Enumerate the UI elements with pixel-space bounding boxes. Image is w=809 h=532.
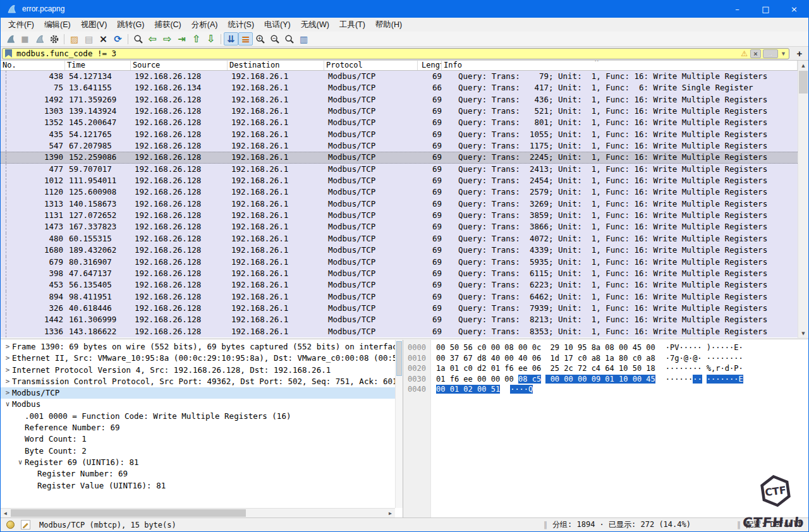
expander-icon[interactable]: ∨ [16,457,25,468]
ascii-bytes[interactable]: ·7g·@·@· ········ [666,353,743,364]
colorize-icon[interactable]: ≡ [238,32,253,45]
open-file-icon[interactable]: ▨ [67,32,82,45]
column-header-info[interactable]: Info [442,61,798,70]
hex-bytes[interactable]: 00 01 02 00 51 [436,384,500,395]
zoom-100-icon[interactable] [282,32,296,45]
hex-row[interactable]: 001000 37 67 d8 40 00 40 06 1d 17 c0 a8 … [403,353,808,364]
expander-icon[interactable]: > [3,353,12,364]
go-forward-icon[interactable]: ⇨ [160,32,174,45]
maximize-button[interactable]: □ [751,0,780,18]
column-header-time[interactable]: Time [65,61,131,70]
packet-row[interactable]: 45356.135405192.168.26.128192.168.26.1Mo… [1,279,798,291]
packet-row[interactable]: 54767.207985192.168.26.128192.168.26.1Mo… [1,140,798,152]
filter-dropdown-icon[interactable]: ▼ [781,51,786,57]
go-last-packet-icon[interactable]: ⇩ [204,32,218,45]
menu-item-2[interactable]: 视图(V) [76,18,113,32]
menu-item-5[interactable]: 分析(A) [186,18,223,32]
ascii-bytes[interactable]: ····Q [510,384,533,395]
detail-vscroll-thumb[interactable] [396,341,402,376]
column-header-destination[interactable]: Destination [228,61,324,70]
filter-bookmark-icon[interactable] [5,49,12,57]
zoom-out-icon[interactable]: − [267,32,282,45]
menu-item-7[interactable]: 电话(Y) [259,18,296,32]
save-file-icon[interactable]: ▤ [82,32,96,45]
expander-icon[interactable]: > [3,387,12,399]
packet-row[interactable]: 1303139.143924192.168.26.128192.168.26.1… [1,106,798,117]
packet-row[interactable]: 48060.155315192.168.26.128192.168.26.1Mo… [1,233,798,245]
capture-options-icon[interactable] [47,32,61,45]
hex-row[interactable]: 003001 f6 ee 00 00 00 08 c5 00 00 00 09 … [403,374,808,385]
detail-row[interactable]: .001 0000 = Function Code: Write Multipl… [1,411,395,422]
column-header-no[interactable]: No. [1,61,65,70]
go-back-icon[interactable]: ⇦ [145,32,160,45]
packet-row[interactable]: 1336143.186622192.168.26.128192.168.26.1… [1,326,798,337]
detail-row[interactable]: Register Number: 69 [1,468,395,480]
packet-row[interactable]: 47759.707017192.168.26.128192.168.26.1Mo… [1,164,798,175]
expander-icon[interactable]: ∨ [3,399,12,410]
packet-row[interactable]: 1313140.158673192.168.26.128192.168.26.1… [1,198,798,210]
stop-capture-icon[interactable]: ■ [18,32,32,45]
detail-row[interactable]: Word Count: 1 [1,433,395,445]
ascii-bytes[interactable]: ········ ·······E [666,374,743,385]
filter-apply-button[interactable]: → [763,49,778,58]
expander-icon[interactable]: > [3,341,12,353]
reload-file-icon[interactable]: ⟳ [111,32,125,45]
detail-horizontal-scrollbar[interactable]: ◀ ▶ [1,508,395,517]
auto-scroll-icon[interactable]: ⇊ [224,32,238,45]
detail-row[interactable]: Reference Number: 69 [1,422,395,433]
column-header-length[interactable]: Length [418,61,442,70]
menu-item-9[interactable]: 工具(T) [334,18,370,32]
hex-row[interactable]: 004000 01 02 00 51····Q [403,384,808,395]
packet-row[interactable]: 1680189.432062192.168.26.128192.168.26.1… [1,245,798,256]
capture-comment-icon[interactable] [21,520,30,529]
menu-item-10[interactable]: 帮助(H) [370,18,407,32]
scroll-left-icon[interactable]: ◀ [1,509,10,517]
find-packet-icon[interactable] [131,32,145,45]
menu-item-0[interactable]: 文件(F) [3,18,39,32]
expander-icon[interactable]: > [3,376,12,387]
detail-row[interactable]: >Internet Protocol Version 4, Src: 192.1… [1,365,395,376]
hex-bytes[interactable]: 00 50 56 c0 00 08 00 0c 29 10 95 8a 08 0… [436,342,655,353]
filter-add-button[interactable]: + [793,48,806,59]
hex-bytes[interactable]: 1a 01 c0 d2 01 f6 ee 06 25 2c 72 c4 64 1… [436,363,655,374]
close-button[interactable]: × [780,0,808,18]
packet-row[interactable]: 1131127.072652192.168.26.128192.168.26.1… [1,210,798,221]
detail-vertical-scrollbar[interactable] [395,340,403,508]
packet-row[interactable]: 1473167.337823192.168.26.128192.168.26.1… [1,221,798,233]
packet-row[interactable]: 43854.127134192.168.26.128192.168.26.1Mo… [1,71,798,82]
restart-capture-icon[interactable] [32,32,47,45]
go-to-packet-icon[interactable]: ⇥ [174,32,189,45]
zoom-in-icon[interactable]: + [253,32,267,45]
menu-item-3[interactable]: 跳转(G) [112,18,149,32]
status-profile[interactable]: 配置: Default [746,519,802,530]
detail-row[interactable]: >Ethernet II, Src: VMware_10:95:8a (00:0… [1,353,395,364]
go-first-packet-icon[interactable]: ⇧ [189,32,204,45]
start-capture-icon[interactable] [3,32,18,45]
ascii-bytes[interactable]: ·PV····· )·····E· [666,342,743,353]
detail-row[interactable]: >Frame 1390: 69 bytes on wire (552 bits)… [1,341,395,353]
packet-row[interactable]: 1442161.306999192.168.26.128192.168.26.1… [1,314,798,325]
scroll-up-icon[interactable]: ▲ [798,61,808,70]
close-file-icon[interactable]: × [96,32,111,45]
scroll-down-icon[interactable]: ▼ [798,329,808,338]
detail-row[interactable]: ∨Register 69 (UINT16): 81 [1,457,395,468]
expander-icon[interactable]: > [3,365,12,376]
ascii-bytes[interactable]: ········ %,r·d·P· [666,363,743,374]
packet-row[interactable]: 7513.641155192.168.26.134192.168.26.1Mod… [1,82,798,94]
packet-row[interactable]: 1012111.954011192.168.26.128192.168.26.1… [1,175,798,186]
detail-row[interactable]: >Transmission Control Protocol, Src Port… [1,376,395,387]
packet-row[interactable]: 39847.647137192.168.26.128192.168.26.1Mo… [1,268,798,279]
packet-row[interactable]: 43554.121765192.168.26.128192.168.26.1Mo… [1,129,798,140]
packet-row[interactable]: 1352145.200647192.168.26.128192.168.26.1… [1,117,798,128]
scrollbar-thumb[interactable] [799,71,808,94]
detail-row[interactable]: Register Value (UINT16): 81 [1,480,395,492]
detail-row[interactable]: Byte Count: 2 [1,445,395,457]
menu-item-4[interactable]: 捕获(C) [149,18,186,32]
display-filter-input[interactable]: modbus.func_code != 3 ⚠ × → ▼ [2,48,789,59]
resize-columns-icon[interactable]: ▥ [296,32,311,45]
menu-item-8[interactable]: 无线(W) [296,18,334,32]
filter-clear-button[interactable]: × [750,49,761,58]
packet-row[interactable]: 67980.316907192.168.26.128192.168.26.1Mo… [1,257,798,268]
menu-item-1[interactable]: 编辑(E) [39,18,76,32]
detail-hscroll-thumb[interactable] [11,509,246,517]
